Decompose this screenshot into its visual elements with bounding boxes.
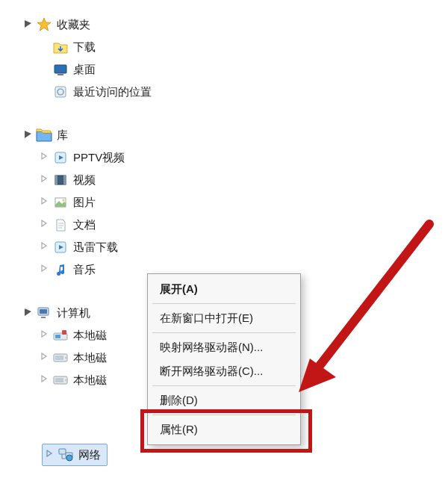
- svg-rect-7: [63, 176, 66, 184]
- svg-rect-1: [57, 74, 63, 75]
- tree-item-favorites[interactable]: 收藏夹: [24, 13, 233, 36]
- collapse-arrow-icon[interactable]: [24, 19, 34, 30]
- expand-arrow-icon[interactable]: [40, 353, 51, 363]
- tree-item-thunder[interactable]: 迅雷下载: [40, 236, 233, 258]
- menu-item-properties[interactable]: 属性(R): [149, 418, 299, 441]
- svg-point-9: [62, 199, 64, 201]
- system-drive-icon: [52, 327, 69, 344]
- tree-item-videos[interactable]: 视频: [40, 169, 233, 191]
- tree-label: 图片: [73, 196, 96, 210]
- menu-item-delete[interactable]: 删除(D): [149, 388, 299, 412]
- network-icon: [57, 447, 74, 463]
- tree-item-pptv[interactable]: PPTV视频: [40, 146, 233, 169]
- expand-arrow-icon[interactable]: [40, 152, 51, 163]
- tree-label: 桌面: [73, 63, 96, 77]
- menu-item-label: 映射网络驱动器(N)...: [160, 341, 263, 355]
- annotation-arrow-icon: [284, 217, 441, 406]
- document-icon: [52, 217, 69, 233]
- tree-item-documents[interactable]: 文档: [40, 214, 233, 236]
- svg-point-19: [65, 357, 66, 359]
- menu-separator: [152, 332, 296, 333]
- menu-item-label: 展开(A): [160, 282, 198, 297]
- menu-item-label: 断开网络驱动器(C)...: [160, 364, 263, 379]
- folder-download-icon: [52, 39, 69, 55]
- tree-label: 视频: [73, 173, 96, 187]
- tree-label: 本地磁: [73, 351, 107, 365]
- svg-marker-27: [299, 359, 336, 392]
- expand-arrow-icon[interactable]: [40, 220, 51, 230]
- collapse-arrow-icon[interactable]: [24, 308, 34, 318]
- tree-item-network[interactable]: 网络: [42, 444, 108, 466]
- collapse-arrow-icon[interactable]: [24, 130, 34, 140]
- menu-item-label: 在新窗口中打开(E): [160, 311, 253, 326]
- video-library-icon: [52, 239, 69, 255]
- tree-group-favorites: 收藏夹 下载 桌面 最近访问的位置: [24, 13, 233, 103]
- expand-arrow-icon[interactable]: [40, 264, 51, 275]
- svg-rect-23: [59, 449, 66, 454]
- svg-rect-16: [62, 330, 66, 335]
- tree-item-pictures[interactable]: 图片: [40, 191, 233, 214]
- tree-label: 本地磁: [73, 373, 107, 388]
- tree-item-libraries[interactable]: 库: [24, 124, 233, 146]
- menu-item-expand[interactable]: 展开(A): [149, 277, 299, 301]
- expand-arrow-icon[interactable]: [46, 450, 56, 460]
- svg-line-26: [314, 224, 429, 373]
- svg-rect-18: [55, 356, 63, 360]
- tree-label: 音乐: [73, 263, 96, 277]
- desktop-icon: [52, 61, 69, 78]
- menu-item-disconnect-drive[interactable]: 断开网络驱动器(C)...: [149, 359, 299, 383]
- tree-label: 网络: [78, 448, 101, 462]
- context-menu: 展开(A) 在新窗口中打开(E) 映射网络驱动器(N)... 断开网络驱动器(C…: [147, 273, 301, 445]
- tree-label: 本地磁: [73, 329, 107, 343]
- svg-rect-0: [55, 65, 66, 73]
- library-folder-icon: [36, 127, 52, 143]
- tree-item-recent[interactable]: 最近访问的位置: [40, 81, 233, 103]
- tree-label: 迅雷下载: [73, 241, 118, 255]
- svg-rect-2: [55, 87, 66, 97]
- tree-label: 下载: [73, 40, 96, 55]
- tree-label: 库: [57, 128, 68, 143]
- svg-rect-21: [55, 378, 63, 382]
- tree-label: 收藏夹: [57, 18, 90, 32]
- tree-label: 最近访问的位置: [73, 85, 152, 99]
- tree-label: PPTV视频: [73, 151, 125, 165]
- star-icon: [36, 16, 52, 33]
- menu-separator: [152, 303, 296, 304]
- tree-label: 文档: [73, 218, 96, 232]
- expand-arrow-icon[interactable]: [40, 197, 51, 208]
- film-icon: [52, 172, 69, 188]
- svg-rect-13: [41, 317, 46, 318]
- music-note-icon: [52, 261, 69, 278]
- video-library-icon: [52, 149, 69, 166]
- expand-arrow-icon[interactable]: [40, 175, 51, 185]
- svg-point-25: [66, 455, 72, 461]
- drive-icon: [52, 372, 69, 388]
- svg-rect-6: [55, 176, 57, 184]
- expand-arrow-icon[interactable]: [40, 375, 51, 385]
- tree-group-libraries: 库 PPTV视频 视频 图片 文档: [24, 124, 233, 281]
- recent-places-icon: [52, 84, 69, 100]
- menu-item-map-drive[interactable]: 映射网络驱动器(N)...: [149, 335, 299, 359]
- menu-item-label: 删除(D): [160, 394, 198, 408]
- tree-item-desktop[interactable]: 桌面: [40, 58, 233, 81]
- menu-item-open-new-window[interactable]: 在新窗口中打开(E): [149, 306, 299, 330]
- svg-rect-15: [55, 335, 60, 338]
- tree-item-downloads[interactable]: 下载: [40, 36, 233, 58]
- menu-separator: [152, 385, 296, 386]
- svg-rect-12: [40, 309, 47, 314]
- tree-label: 计算机: [57, 306, 90, 320]
- svg-point-22: [65, 379, 66, 381]
- menu-item-label: 属性(R): [160, 423, 198, 437]
- expand-arrow-icon[interactable]: [40, 242, 51, 252]
- expand-arrow-icon[interactable]: [40, 330, 51, 341]
- menu-separator: [152, 415, 296, 415]
- picture-icon: [52, 194, 69, 211]
- drive-icon: [52, 350, 69, 366]
- computer-icon: [36, 305, 52, 321]
